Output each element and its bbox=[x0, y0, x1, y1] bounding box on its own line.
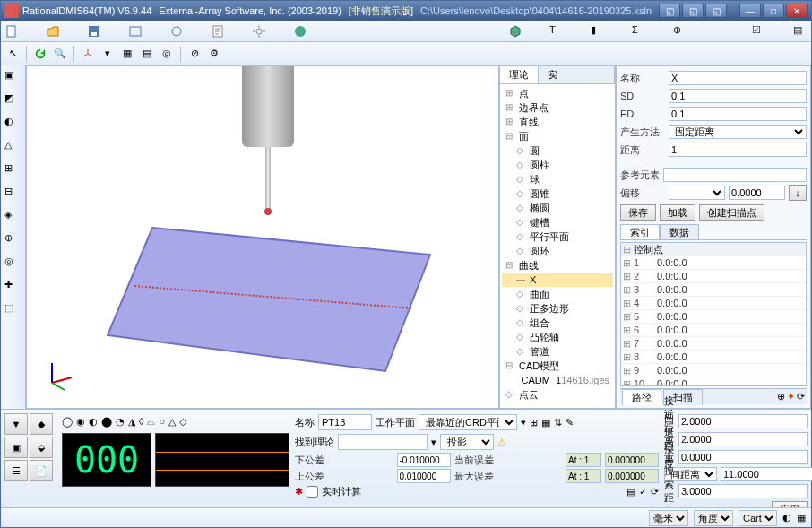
zoom-icon[interactable]: 🔍 bbox=[52, 46, 68, 62]
ltool-5-icon[interactable]: ⊞ bbox=[4, 162, 22, 180]
tree-node[interactable]: ◇键槽 bbox=[502, 215, 613, 229]
status-ic2[interactable]: ▦ bbox=[797, 512, 806, 524]
grid-row[interactable]: ⊞20.0:0.0 bbox=[621, 270, 806, 283]
tree-node[interactable]: ◇点云 bbox=[502, 387, 613, 402]
target-icon[interactable]: ◎ bbox=[159, 46, 175, 62]
find-input[interactable] bbox=[338, 434, 428, 450]
rt-ic3[interactable]: ⟳ bbox=[651, 486, 659, 498]
tree-node[interactable]: ◇球 bbox=[502, 172, 613, 186]
save-button[interactable]: 保存 bbox=[620, 204, 656, 221]
wp-ic1[interactable]: ▾ bbox=[521, 417, 526, 428]
bic-11[interactable]: ◇ bbox=[179, 416, 186, 428]
coord-select[interactable]: Cart bbox=[739, 510, 777, 526]
menu-t4-icon[interactable]: ⊕ bbox=[673, 24, 687, 39]
tree-node[interactable]: ◇圆柱 bbox=[502, 158, 613, 172]
dist-input[interactable] bbox=[669, 143, 807, 157]
grid-row[interactable]: ⊞70.0:0.0 bbox=[621, 337, 806, 351]
aux-button-3[interactable]: ◱ bbox=[705, 4, 727, 18]
aux-button-2[interactable]: ◱ bbox=[682, 4, 704, 18]
menu-t1-icon[interactable]: T bbox=[549, 24, 564, 39]
tree-node[interactable]: ⊟曲线 bbox=[502, 258, 613, 273]
grid-row[interactable]: ⊞10.0:0.0 bbox=[621, 256, 806, 270]
menu-open-icon[interactable] bbox=[46, 24, 60, 39]
menu-check-icon[interactable]: ☑ bbox=[752, 24, 766, 39]
grid-row[interactable]: ⊞50.0:0.0 bbox=[621, 310, 806, 324]
tab-index[interactable]: 索引 bbox=[620, 224, 660, 239]
tree-node[interactable]: ⊞边界点 bbox=[502, 100, 613, 115]
ltool-7-icon[interactable]: ◈ bbox=[4, 209, 22, 227]
ref-input[interactable] bbox=[663, 168, 807, 182]
warn-icon[interactable]: ⚠ bbox=[497, 437, 506, 448]
unit-select[interactable]: 毫米 bbox=[649, 510, 688, 526]
ltool-4-icon[interactable]: △ bbox=[4, 139, 22, 157]
minimize-button[interactable]: — bbox=[739, 4, 761, 18]
grid-row[interactable]: ⊞40.0:0.0 bbox=[621, 297, 806, 310]
bl-c-icon[interactable]: ⬙ bbox=[30, 437, 53, 458]
tab-theory[interactable]: 理论 bbox=[500, 66, 539, 83]
menu-cube-icon[interactable] bbox=[508, 24, 523, 39]
tree-node[interactable]: CADM_114616.iges bbox=[502, 373, 613, 387]
create-scan-button[interactable]: 创建扫描点 bbox=[699, 204, 764, 221]
bt-ic2-icon[interactable]: ✦ bbox=[787, 391, 795, 402]
bic-9[interactable]: ○ bbox=[159, 416, 165, 427]
tree-node[interactable]: ◇圆环 bbox=[502, 244, 613, 258]
tree-node[interactable]: ◇椭圆 bbox=[502, 201, 613, 215]
ltool-1-icon[interactable]: ▣ bbox=[4, 69, 22, 87]
angle-select[interactable]: 角度 bbox=[694, 510, 733, 526]
grid-row[interactable]: ⊞80.0:0.0 bbox=[621, 351, 806, 364]
tree-node[interactable]: ◇圆 bbox=[502, 143, 613, 158]
rt-ic1[interactable]: ▤ bbox=[626, 486, 635, 498]
tree-node[interactable]: ◇组合 bbox=[502, 316, 613, 330]
menu-report-icon[interactable] bbox=[211, 24, 225, 39]
menu-settings-icon[interactable] bbox=[252, 24, 266, 39]
approach-input[interactable] bbox=[678, 414, 808, 428]
tree-node[interactable]: —X bbox=[502, 273, 613, 287]
wp-ic5[interactable]: ✎ bbox=[566, 417, 574, 428]
bl-probe-icon[interactable]: ▼ bbox=[4, 413, 28, 435]
maximize-button[interactable]: □ bbox=[763, 4, 784, 18]
wp-ic2[interactable]: ⊞ bbox=[530, 417, 538, 428]
bt-ic1-icon[interactable]: ⊕ bbox=[777, 391, 785, 402]
tree-node[interactable]: ⊞点 bbox=[502, 86, 613, 100]
sd-input[interactable] bbox=[669, 89, 807, 103]
bic-3[interactable]: ◐ bbox=[89, 416, 98, 428]
tab-actual[interactable]: 实 bbox=[539, 66, 615, 83]
bl-a-icon[interactable]: ◆ bbox=[30, 413, 53, 435]
grid-row[interactable]: ⊞90.0:0.0 bbox=[621, 364, 806, 377]
tree-node[interactable]: ⊟CAD模型 bbox=[502, 359, 613, 373]
tree-node[interactable]: ◇凸轮轴 bbox=[502, 330, 613, 344]
link-icon[interactable]: ⊘ bbox=[186, 46, 203, 62]
gear-icon[interactable]: ⚙ bbox=[206, 46, 222, 62]
menu-tools-icon[interactable] bbox=[169, 24, 184, 39]
ltool-11-icon[interactable]: ⬚ bbox=[4, 302, 22, 320]
tree-node[interactable]: ⊞直线 bbox=[502, 115, 613, 129]
pointer-icon[interactable]: ↖ bbox=[4, 46, 21, 62]
workplane-select[interactable]: 最靠近的CRD平面 bbox=[419, 414, 517, 430]
load-button[interactable]: 加载 bbox=[660, 204, 695, 221]
tree-node[interactable]: ◇平行平面 bbox=[502, 229, 613, 244]
find-dd-icon[interactable]: ▾ bbox=[431, 437, 436, 448]
retract-input[interactable] bbox=[678, 432, 808, 446]
close-button[interactable]: ✕ bbox=[786, 4, 808, 18]
lower-input[interactable] bbox=[397, 453, 451, 467]
wp-ic3[interactable]: ▦ bbox=[541, 417, 550, 428]
tab-path[interactable]: 路径 bbox=[622, 389, 661, 405]
ltool-8-icon[interactable]: ⊕ bbox=[4, 232, 22, 250]
mname-input[interactable] bbox=[318, 414, 372, 430]
offset-input[interactable] bbox=[729, 186, 785, 200]
menu-help-icon[interactable] bbox=[293, 24, 307, 39]
bic-10[interactable]: △ bbox=[168, 416, 176, 428]
menu-view-icon[interactable] bbox=[128, 24, 143, 39]
grid-row[interactable]: ⊞60.0:0.0 bbox=[621, 324, 806, 337]
menu-doc-icon[interactable]: ▤ bbox=[793, 24, 808, 39]
feature-tree[interactable]: ⊞点⊞边界点⊞直线⊟面◇圆◇圆柱◇球◇圆锥◇椭圆◇键槽◇平行平面◇圆环⊟曲线—X… bbox=[500, 84, 615, 408]
tree-node[interactable]: ◇圆锥 bbox=[502, 186, 613, 201]
ltool-10-icon[interactable]: ✚ bbox=[4, 279, 22, 297]
upper-input[interactable] bbox=[397, 469, 451, 483]
wp-ic4[interactable]: ⇅ bbox=[554, 417, 562, 428]
tree-node[interactable]: ⊟面 bbox=[502, 129, 613, 143]
spacing-input[interactable] bbox=[721, 467, 812, 481]
bl-d-icon[interactable]: ☰ bbox=[4, 460, 28, 481]
menu-t2-icon[interactable]: ▮ bbox=[591, 24, 605, 39]
bic-8[interactable]: ⌓ bbox=[147, 416, 155, 428]
